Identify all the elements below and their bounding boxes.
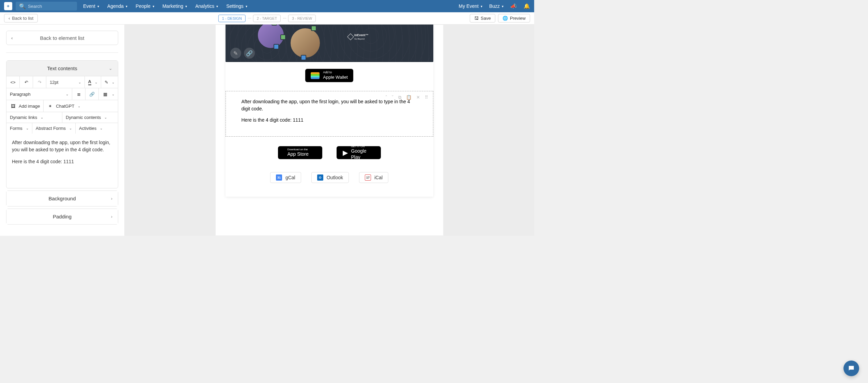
drag-handle[interactable]: ⠿ <box>425 95 428 100</box>
code-view-button[interactable]: <> <box>6 76 20 88</box>
dynamic-contents-button[interactable]: Dynamic contents⌄ <box>62 112 118 123</box>
copy-button[interactable]: 📋 <box>406 95 412 100</box>
wallet-small: Add to <box>323 71 348 74</box>
move-up-button[interactable]: ˆ <box>386 95 387 100</box>
gcal-icon: 31 <box>276 174 282 181</box>
appstore-small: Download on the <box>288 148 309 151</box>
hero-actions: ✎ 🔗 <box>230 48 255 59</box>
activities-label: Activities <box>79 126 96 131</box>
add-image-button[interactable]: 🖼Add image <box>6 100 44 112</box>
padding-panel: Padding › <box>6 209 118 225</box>
back-label: Back to list <box>12 16 33 21</box>
hero-photo-1 <box>257 25 285 49</box>
block-paragraph-1: After downloading the app, upon the firs… <box>242 98 417 112</box>
nav-agenda[interactable]: Agenda▾ <box>107 3 127 9</box>
abstract-forms-button[interactable]: Abstract Forms⌄ <box>32 123 76 134</box>
logo-mark-icon <box>347 33 354 40</box>
nav-buzz[interactable]: Buzz▾ <box>489 3 503 9</box>
step-target[interactable]: 2 - TARGET <box>253 15 281 22</box>
bullet-list-button[interactable]: ≣ <box>72 88 86 100</box>
ical-icon: 17 <box>365 174 371 181</box>
globe-icon: 🌐 <box>502 16 508 21</box>
wallet-section: Add to Apple Wallet <box>226 62 433 91</box>
text-contents-header[interactable]: Text contents ⌄ <box>6 61 118 76</box>
divider <box>6 52 118 53</box>
wallet-icon <box>311 72 320 79</box>
highlight-button[interactable]: ✎⌄ <box>101 76 118 88</box>
ical-label: iCal <box>374 175 383 180</box>
hero-section: InEvent™Go Beyond ✎ 🔗 <box>226 25 433 62</box>
chevron-left-icon: ‹ <box>11 35 13 41</box>
dynamic-links-button[interactable]: Dynamic links⌄ <box>6 112 62 123</box>
appstore-main: App Store <box>288 151 309 157</box>
padding-header[interactable]: Padding › <box>6 209 118 224</box>
chevron-down-icon: ▾ <box>185 4 187 8</box>
secondary-bar: ‹ Back to list 1 - DESIGN ········ 2 - T… <box>0 12 534 25</box>
nav-analytics[interactable]: Analytics▾ <box>195 3 218 9</box>
hero-logo: InEvent™Go Beyond <box>348 33 369 40</box>
nav-items: Event▾ Agenda▾ People▾ Marketing▾ Analyt… <box>83 3 247 9</box>
search-input[interactable] <box>28 4 74 9</box>
dynamic-contents-label: Dynamic contents <box>66 115 101 120</box>
text-editor[interactable]: After downloading the app, upon the firs… <box>6 134 118 188</box>
nav-people[interactable]: People▾ <box>136 3 154 9</box>
forms-button[interactable]: Forms⌄ <box>6 123 32 134</box>
chevron-down-icon: ▾ <box>97 4 99 8</box>
preview-button[interactable]: 🌐 Preview <box>498 14 530 22</box>
gcal-button[interactable]: 31 gCal <box>270 172 301 183</box>
move-down-button[interactable]: ˇ <box>392 95 393 100</box>
chatgpt-button[interactable]: ✴ChatGPT⌄ <box>44 100 118 112</box>
undo-button[interactable]: ↶ <box>20 76 33 88</box>
gcal-label: gCal <box>285 175 295 180</box>
logo-tagline: Go Beyond <box>354 38 365 40</box>
font-size-select[interactable]: 12pt⌄ <box>46 76 85 88</box>
step-review[interactable]: 3 - REVIEW <box>288 15 316 22</box>
table-button[interactable]: ▦⌄ <box>99 88 118 100</box>
app-store-button[interactable]: Download on the App Store <box>278 146 322 159</box>
sidebar-panel: ‹ Back to element list Text contents ⌄ <… <box>0 25 124 236</box>
save-button[interactable]: 🖫 Save <box>470 14 495 22</box>
link-button[interactable]: 🔗 <box>86 88 99 100</box>
chevron-down-icon: ⌄ <box>112 92 114 96</box>
save-label: Save <box>481 16 491 21</box>
redo-button[interactable]: ↷ <box>33 76 46 88</box>
link-hero-button[interactable]: 🔗 <box>244 48 255 59</box>
nav-marketing[interactable]: Marketing▾ <box>162 3 187 9</box>
text-color-button[interactable]: A⌄ <box>85 76 101 88</box>
duplicate-button[interactable]: ⧉ <box>398 95 401 100</box>
background-header[interactable]: Background › <box>6 191 118 206</box>
outlook-button[interactable]: O Outlook <box>311 172 349 183</box>
step-connector: ········ <box>281 17 288 20</box>
undo-icon: ↶ <box>23 79 29 85</box>
megaphone-icon[interactable]: 📣 <box>510 3 517 9</box>
gplay-small: GET IT ON <box>351 145 375 148</box>
bell-icon[interactable]: 🔔 <box>524 3 530 9</box>
back-to-element-list-button[interactable]: ‹ Back to element list <box>6 31 118 45</box>
badge-icon <box>311 26 316 31</box>
edit-hero-button[interactable]: ✎ <box>230 48 241 59</box>
chevron-down-icon: ⌄ <box>66 92 68 96</box>
activities-button[interactable]: Activities⌄ <box>76 123 118 134</box>
back-to-list-button[interactable]: ‹ Back to list <box>4 14 38 22</box>
background-panel: Background › <box>6 190 118 206</box>
nav-my-event[interactable]: My Event▾ <box>459 3 482 9</box>
chevron-down-icon: ▾ <box>481 4 482 8</box>
hero-photo-2 <box>290 27 321 59</box>
ical-button[interactable]: 17 iCal <box>359 172 388 183</box>
preview-label: Preview <box>510 16 526 21</box>
apple-wallet-button[interactable]: Add to Apple Wallet <box>305 69 353 82</box>
chevron-right-icon: › <box>111 196 112 201</box>
step-design[interactable]: 1 - DESIGN <box>218 15 246 22</box>
app-logo[interactable]: ✦ <box>4 2 12 10</box>
paragraph-select[interactable]: Paragraph⌄ <box>6 88 72 100</box>
delete-button[interactable]: ✕ <box>416 95 420 100</box>
nav-right: My Event▾ Buzz▾ 📣 🔔 <box>459 3 530 9</box>
chevron-right-icon: › <box>111 214 112 219</box>
selected-text-block[interactable]: ˆ ˇ ⧉ 📋 ✕ ⠿ After downloading the app, u… <box>226 91 433 137</box>
google-play-button[interactable]: ▶ GET IT ON Google Play <box>337 146 381 159</box>
wizard-steps: 1 - DESIGN ········ 2 - TARGET ········ … <box>218 15 316 22</box>
nav-event[interactable]: Event▾ <box>83 3 99 9</box>
nav-settings[interactable]: Settings▾ <box>226 3 247 9</box>
chevron-down-icon: ▾ <box>153 4 154 8</box>
badge-icon <box>301 55 306 60</box>
